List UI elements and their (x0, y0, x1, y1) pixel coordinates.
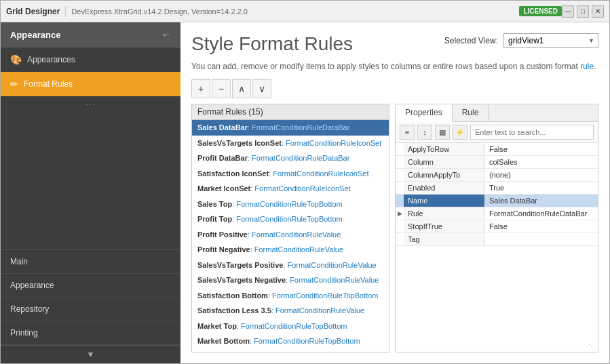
prop-row: ApplyToRowFalse (396, 143, 598, 156)
appearances-icon: 🎨 (10, 54, 22, 65)
view-select[interactable]: gridView1 (503, 33, 598, 48)
rule-item[interactable]: Profit Negative: FormatConditionRuleValu… (192, 242, 389, 258)
prop-key: Enabled (404, 182, 485, 194)
sidebar-main-label: Main (10, 257, 28, 266)
add-button[interactable]: + (191, 79, 210, 98)
main-layout: Appearance ← 🎨 Appearances ✏ Format Rule… (1, 22, 609, 363)
sidebar-collapse-button[interactable]: ▼ (1, 345, 180, 363)
prop-key: ApplyToRow (404, 143, 485, 155)
page-title: Style Format Rules (191, 33, 353, 55)
prop-expand-icon[interactable]: ▶ (396, 207, 404, 220)
sidebar-item-appearances[interactable]: 🎨 Appearances (1, 47, 180, 72)
format-rules-icon: ✏ (10, 79, 18, 89)
prop-row: ColumnApplyTo(none) (396, 169, 598, 182)
minimize-button[interactable]: — (562, 5, 574, 18)
sidebar-header-label: Appearance (10, 30, 60, 40)
prop-val: False (485, 220, 598, 232)
rule-item[interactable]: Profit Top: FormatConditionRuleTopBottom (192, 211, 389, 227)
bottom-content: Format Rules (15) Sales DataBar: FormatC… (191, 104, 598, 352)
prop-row: ColumncolSales (396, 156, 598, 169)
rule-item[interactable]: Sales DataBar: FormatConditionRuleDataBa… (192, 120, 389, 136)
maximize-button[interactable]: □ (577, 5, 589, 18)
title-subtitle: DevExpress.XtraGrid.v14.2.Design, Versio… (71, 7, 515, 16)
rule-item[interactable]: Sales Top: FormatConditionRuleTopBottom (192, 197, 389, 212)
window-controls: — □ ✕ (562, 5, 604, 18)
rule-item[interactable]: Market Bottom: FormatConditionRuleTopBot… (192, 333, 389, 349)
format-rules-list[interactable]: Sales DataBar: FormatConditionRuleDataBa… (192, 120, 389, 352)
sidebar-dots: ... (1, 96, 180, 109)
sidebar-bottom: Main Appearance Repository Printing ▼ (1, 249, 180, 363)
prop-key: Column (404, 156, 485, 168)
format-rules-panel-title: Format Rules (15) (192, 104, 389, 120)
title-bar: Grid Designer DevExpress.XtraGrid.v14.2.… (1, 1, 609, 22)
move-up-button[interactable]: ∧ (232, 79, 251, 98)
format-rules-panel: Format Rules (15) Sales DataBar: FormatC… (191, 104, 389, 352)
sidebar-back-button[interactable]: ← (161, 29, 171, 40)
tab-rule[interactable]: Rule (453, 104, 489, 121)
prop-val: FormatConditionRuleDataBar (485, 207, 598, 220)
sidebar: Appearance ← 🎨 Appearances ✏ Format Rule… (1, 22, 180, 363)
rule-item[interactable]: Profit Positive: FormatConditionRuleValu… (192, 227, 389, 243)
sidebar-item-format-rules[interactable]: ✏ Format Rules (1, 72, 180, 96)
sidebar-appearance-label: Appearance (10, 281, 54, 290)
sidebar-repository-label: Repository (10, 304, 49, 314)
prop-key: ColumnApplyTo (404, 169, 485, 181)
description-link[interactable]: rule. (580, 62, 596, 71)
prop-key: Tag (404, 233, 485, 245)
props-sort-categ-button[interactable]: ≡ (400, 125, 415, 140)
prop-key: StopIfTrue (404, 220, 485, 232)
props-search-input[interactable] (470, 125, 594, 140)
prop-val: False (485, 143, 598, 155)
content-area: Style Format Rules Selected View: gridVi… (180, 22, 609, 363)
sidebar-item-appearance[interactable]: Appearance (1, 274, 180, 298)
prop-val: colSales (485, 156, 598, 168)
rule-item[interactable]: SalesVsTargets Negative: FormatCondition… (192, 272, 389, 288)
view-selector-row: Selected View: gridView1 (444, 33, 598, 48)
sidebar-item-appearances-label: Appearances (27, 55, 75, 64)
sidebar-item-repository[interactable]: Repository (1, 298, 180, 321)
close-button[interactable]: ✕ (592, 5, 604, 18)
sidebar-spacer (1, 109, 180, 249)
rule-item[interactable]: Satisfaction IconSet: FormatConditionRul… (192, 166, 389, 182)
rule-item[interactable]: Satisfaction Bottom: FormatConditionRule… (192, 288, 389, 304)
rule-item[interactable]: Satisfaction Less 3.5: FormatConditionRu… (192, 303, 389, 319)
resize-handle[interactable]: ⋱ (396, 342, 598, 352)
title-view-row: Style Format Rules Selected View: gridVi… (191, 33, 598, 60)
props-toolbar: ≡ ↕ ▦ ⚡ (396, 122, 598, 143)
rule-item[interactable]: SalesVsTargets Positive: FormatCondition… (192, 258, 389, 273)
prop-row: ▶RuleFormatConditionRuleDataBar (396, 207, 598, 220)
prop-row: StopIfTrueFalse (396, 220, 598, 233)
sidebar-item-format-rules-label: Format Rules (24, 79, 73, 89)
props-events-button[interactable]: ⚡ (453, 125, 468, 140)
description-text: You can add, remove or modify items to a… (191, 60, 598, 73)
properties-panel: Properties Rule ≡ ↕ ▦ ⚡ ApplyToRowFalseC… (395, 104, 598, 352)
sidebar-item-main[interactable]: Main (1, 250, 180, 274)
tab-properties[interactable]: Properties (396, 104, 453, 122)
view-select-wrapper: gridView1 (503, 33, 598, 48)
sidebar-header: Appearance ← (1, 22, 180, 47)
move-down-button[interactable]: ∨ (252, 79, 271, 98)
app-title: Grid Designer (6, 7, 60, 16)
rule-item[interactable]: Market IconSet: FormatConditionRuleIconS… (192, 181, 389, 197)
title-sep (65, 6, 66, 17)
sidebar-item-printing[interactable]: Printing (1, 321, 180, 345)
sidebar-nav: 🎨 Appearances ✏ Format Rules (1, 47, 180, 96)
props-sort-az-button[interactable]: ↕ (417, 125, 432, 140)
rule-item[interactable]: SalesVsTargets IconSet: FormatConditionR… (192, 136, 389, 151)
props-grid-button[interactable]: ▦ (435, 125, 450, 140)
view-label: Selected View: (444, 36, 498, 45)
prop-val: True (485, 182, 598, 194)
prop-key: Name (404, 195, 485, 207)
sidebar-printing-label: Printing (10, 328, 38, 338)
props-table: ApplyToRowFalseColumncolSalesColumnApply… (396, 143, 598, 342)
description-main: You can add, remove or modify items to a… (191, 62, 580, 71)
prop-key: Rule (404, 207, 485, 220)
remove-button[interactable]: − (212, 79, 231, 98)
app-window: Grid Designer DevExpress.XtraGrid.v14.2.… (0, 0, 610, 364)
prop-row[interactable]: NameSales DataBar (396, 195, 598, 207)
props-tabs: Properties Rule (396, 104, 598, 122)
rule-item[interactable]: Market Top: FormatConditionRuleTopBottom (192, 319, 389, 334)
toolbar: + − ∧ ∨ (191, 79, 598, 98)
prop-row: Tag (396, 233, 598, 246)
rule-item[interactable]: Profit DataBar: FormatConditionRuleDataB… (192, 150, 389, 166)
